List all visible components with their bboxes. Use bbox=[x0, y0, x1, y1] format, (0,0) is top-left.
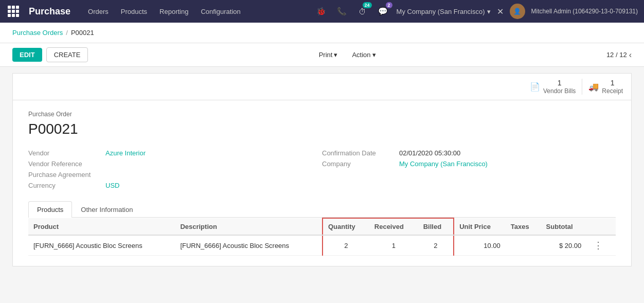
vendor-ref-label: Vendor Reference bbox=[28, 160, 105, 168]
tab-products[interactable]: Products bbox=[28, 201, 72, 218]
company-label: Company bbox=[322, 160, 399, 168]
th-taxes: Taxes bbox=[506, 218, 541, 235]
receipt-count: 1 bbox=[611, 79, 615, 87]
products-table: Product Description Quantity Received Bi… bbox=[28, 218, 616, 256]
grid-icon bbox=[8, 6, 19, 17]
nav-reporting[interactable]: Reporting bbox=[154, 6, 193, 17]
currency-field: Currency USD bbox=[28, 180, 322, 191]
row-kebab-button[interactable]: ⋮ bbox=[592, 240, 605, 251]
company-value[interactable]: My Company (San Francisco) bbox=[399, 160, 488, 168]
activity-icon[interactable]: ⏱ 24 bbox=[355, 4, 370, 19]
receipt-icon: 🚚 bbox=[588, 82, 599, 92]
confirmation-date-label: Confirmation Date bbox=[322, 149, 399, 157]
purchase-agreement-label: Purchase Agreement bbox=[28, 171, 105, 179]
td-quantity: 2 bbox=[323, 235, 369, 256]
right-fields: Confirmation Date 02/01/2020 05:30:00 Co… bbox=[322, 148, 616, 191]
purchase-agreement-field: Purchase Agreement bbox=[28, 169, 322, 180]
company-field: Company My Company (San Francisco) bbox=[322, 158, 616, 169]
company-chevron: ▾ bbox=[487, 8, 491, 15]
tabs: Products Other Information bbox=[28, 201, 616, 218]
left-fields: Vendor Azure Interior Vendor Reference P… bbox=[28, 148, 322, 191]
page-navigation: 12 / 12 ‹ bbox=[606, 50, 632, 60]
activity-badge: 24 bbox=[363, 2, 372, 8]
top-navigation: Purchase Orders Products Reporting Confi… bbox=[0, 0, 644, 23]
document-card: 📄 1 Vendor Bills 🚚 1 Receipt Purchase Or… bbox=[12, 73, 632, 266]
print-label: Print bbox=[319, 51, 333, 59]
th-quantity: Quantity bbox=[323, 218, 369, 235]
td-product: [FURN_6666] Acoustic Bloc Screens bbox=[28, 235, 175, 256]
document-type: Purchase Order bbox=[28, 111, 616, 118]
vendor-label: Vendor bbox=[28, 149, 105, 157]
page-info: 12 / 12 bbox=[606, 51, 627, 59]
nav-products[interactable]: Products bbox=[116, 6, 152, 17]
status-divider bbox=[582, 79, 582, 95]
th-actions bbox=[586, 218, 616, 235]
breadcrumb-parent[interactable]: Purchase Orders bbox=[12, 29, 63, 37]
company-name: My Company (San Francisco) bbox=[397, 8, 485, 15]
table-row: [FURN_6666] Acoustic Bloc Screens [FURN_… bbox=[28, 235, 616, 256]
th-received: Received bbox=[369, 218, 418, 235]
main-content: 📄 1 Vendor Bills 🚚 1 Receipt Purchase Or… bbox=[0, 73, 644, 279]
confirmation-date-value: 02/01/2020 05:30:00 bbox=[399, 149, 460, 157]
td-subtotal: $ 20.00 bbox=[541, 235, 587, 256]
chat-badge: 2 bbox=[386, 2, 392, 8]
toolbar: EDIT CREATE Print ▾ Action ▾ 12 / 12 ‹ bbox=[0, 43, 644, 67]
vendor-field: Vendor Azure Interior bbox=[28, 148, 322, 158]
action-label: Action bbox=[352, 51, 370, 59]
td-unit-price: 10.00 bbox=[454, 235, 506, 256]
th-unit-price: Unit Price bbox=[454, 218, 506, 235]
user-name[interactable]: Mitchell Admin (1064290-13-0-709131) bbox=[531, 8, 638, 15]
vendor-bills-label: Vendor Bills bbox=[543, 87, 576, 95]
td-received: 1 bbox=[369, 235, 418, 256]
td-taxes bbox=[506, 235, 541, 256]
currency-label: Currency bbox=[28, 182, 105, 189]
chat-icon[interactable]: 💬 2 bbox=[376, 4, 390, 19]
close-icon[interactable]: ✕ bbox=[497, 7, 504, 16]
app-name: Purchase bbox=[29, 6, 70, 17]
action-button[interactable]: Action ▾ bbox=[347, 48, 381, 62]
td-row-actions: ⋮ bbox=[586, 235, 616, 256]
th-product: Product bbox=[28, 218, 175, 235]
phone-icon[interactable]: 📞 bbox=[335, 4, 349, 19]
th-subtotal: Subtotal bbox=[541, 218, 587, 235]
fields-grid: Vendor Azure Interior Vendor Reference P… bbox=[28, 148, 616, 191]
vendor-bills-button[interactable]: 📄 1 Vendor Bills bbox=[530, 79, 576, 95]
th-billed: Billed bbox=[418, 218, 454, 235]
user-avatar[interactable]: 👤 bbox=[510, 4, 525, 19]
vendor-bills-count: 1 bbox=[558, 79, 562, 87]
td-billed: 2 bbox=[418, 235, 454, 256]
action-chevron: ▾ bbox=[372, 51, 376, 59]
edit-button[interactable]: EDIT bbox=[12, 48, 42, 62]
bug-icon[interactable]: 🐞 bbox=[314, 4, 329, 19]
nav-orders[interactable]: Orders bbox=[83, 6, 114, 17]
receipt-label: Receipt bbox=[602, 87, 623, 95]
nav-links: Orders Products Reporting Configuration bbox=[83, 6, 246, 17]
print-chevron: ▾ bbox=[334, 51, 337, 59]
app-grid-button[interactable] bbox=[6, 4, 21, 19]
document-body: Purchase Order P00021 Vendor Azure Inter… bbox=[13, 100, 631, 266]
vendor-ref-field: Vendor Reference bbox=[28, 158, 322, 169]
breadcrumb-current: P00021 bbox=[71, 29, 94, 37]
table-header-row: Product Description Quantity Received Bi… bbox=[28, 218, 616, 235]
td-description: [FURN_6666] Acoustic Bloc Screens bbox=[175, 235, 323, 256]
breadcrumb: Purchase Orders / P00021 bbox=[0, 23, 644, 43]
vendor-bills-icon: 📄 bbox=[530, 82, 540, 92]
currency-value[interactable]: USD bbox=[105, 182, 119, 189]
vendor-value[interactable]: Azure Interior bbox=[105, 149, 146, 157]
receipt-button[interactable]: 🚚 1 Receipt bbox=[588, 79, 623, 95]
create-button[interactable]: CREATE bbox=[46, 47, 88, 62]
tab-other-information[interactable]: Other Information bbox=[72, 201, 141, 218]
nav-configuration[interactable]: Configuration bbox=[195, 6, 245, 17]
topnav-icons: 🐞 📞 ⏱ 24 💬 2 My Company (San Francisco) … bbox=[314, 4, 638, 19]
document-id: P00021 bbox=[28, 121, 616, 137]
confirmation-date-field: Confirmation Date 02/01/2020 05:30:00 bbox=[322, 148, 616, 158]
breadcrumb-separator: / bbox=[66, 29, 68, 37]
status-row: 📄 1 Vendor Bills 🚚 1 Receipt bbox=[13, 74, 631, 100]
company-selector[interactable]: My Company (San Francisco) ▾ bbox=[397, 8, 491, 15]
page-prev-chevron[interactable]: ‹ bbox=[629, 50, 632, 60]
print-button[interactable]: Print ▾ bbox=[314, 48, 343, 62]
th-description: Description bbox=[175, 218, 323, 235]
